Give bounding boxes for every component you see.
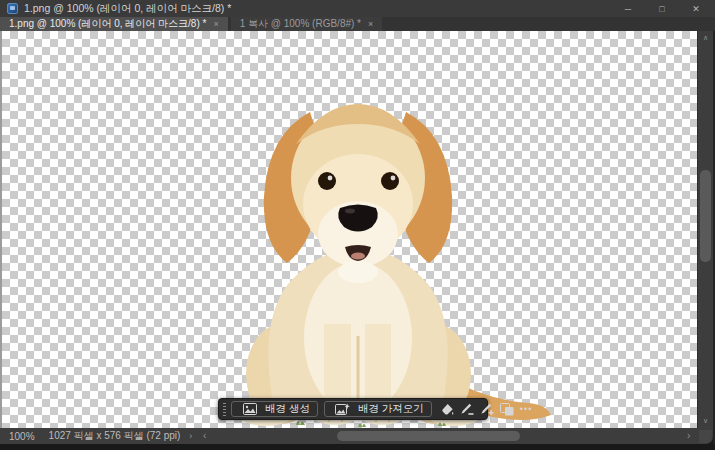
close-button[interactable]: ✕ xyxy=(679,0,713,17)
maximize-button[interactable]: □ xyxy=(645,0,679,17)
generate-background-button[interactable]: 배경 생성 xyxy=(231,401,318,417)
minimize-button[interactable]: ─ xyxy=(611,0,645,17)
subtract-brush-icon[interactable] xyxy=(460,402,474,417)
horizontal-scrollbar-thumb[interactable] xyxy=(337,431,520,441)
layer-mask-icon[interactable] xyxy=(500,402,514,417)
tab-1png[interactable]: 1.png @ 100% (레이어 0, 레이어 마스크/8) * × xyxy=(0,17,228,31)
add-brush-icon[interactable] xyxy=(480,402,494,417)
photoshop-document-window: 1.png @ 100% (레이어 0, 레이어 마스크/8) * ─ □ ✕ … xyxy=(0,0,715,450)
contextual-task-bar: 배경 생성 배경 가져오기 ••• xyxy=(218,398,488,420)
window-corner-grip xyxy=(699,430,712,443)
document-canvas[interactable] xyxy=(0,31,697,428)
more-options-button[interactable]: ••• xyxy=(520,404,532,414)
import-background-label: 배경 가져오기 xyxy=(358,402,424,416)
remove-background-icon[interactable] xyxy=(441,402,454,417)
window-titlebar: 1.png @ 100% (레이어 0, 레이어 마스크/8) * ─ □ ✕ xyxy=(0,0,715,17)
tab-label: 1.png @ 100% (레이어 0, 레이어 마스크/8) * xyxy=(9,17,206,31)
generate-background-label: 배경 생성 xyxy=(265,402,310,416)
scroll-up-icon[interactable]: ∧ xyxy=(698,33,713,43)
tab-label: 1 복사 @ 100% (RGB/8#) * xyxy=(240,17,361,31)
tab-1-copy[interactable]: 1 복사 @ 100% (RGB/8#) * × xyxy=(231,17,383,31)
import-background-button[interactable]: 배경 가져오기 xyxy=(324,401,432,417)
tab-close-icon[interactable]: × xyxy=(213,19,218,29)
zoom-level-field[interactable]: 100% xyxy=(9,431,35,442)
tab-close-icon[interactable]: × xyxy=(368,19,373,29)
status-popup-arrow[interactable]: › xyxy=(189,431,192,441)
vertical-scrollbar-thumb[interactable] xyxy=(700,170,711,262)
window-controls: ─ □ ✕ xyxy=(611,0,713,17)
scroll-left-icon[interactable]: ‹ xyxy=(203,428,206,444)
status-bar: 100% 1027 픽셀 x 576 픽셀 (72 ppi) › ‹ › xyxy=(0,428,713,444)
image-generate-icon xyxy=(242,402,257,417)
photoshop-doc-icon xyxy=(7,3,18,14)
scroll-right-icon[interactable]: › xyxy=(687,428,690,444)
window-title: 1.png @ 100% (레이어 0, 레이어 마스크/8) * xyxy=(24,2,231,16)
scroll-down-icon[interactable]: ∨ xyxy=(698,416,713,426)
image-import-icon xyxy=(335,402,350,417)
document-info: 1027 픽셀 x 576 픽셀 (72 ppi) xyxy=(49,429,181,443)
document-tab-bar: 1.png @ 100% (레이어 0, 레이어 마스크/8) * × 1 복사… xyxy=(0,17,715,31)
dog-image xyxy=(230,86,560,428)
taskbar-drag-handle[interactable] xyxy=(223,403,226,416)
vertical-scrollbar[interactable]: ∧ ∨ xyxy=(697,31,713,428)
